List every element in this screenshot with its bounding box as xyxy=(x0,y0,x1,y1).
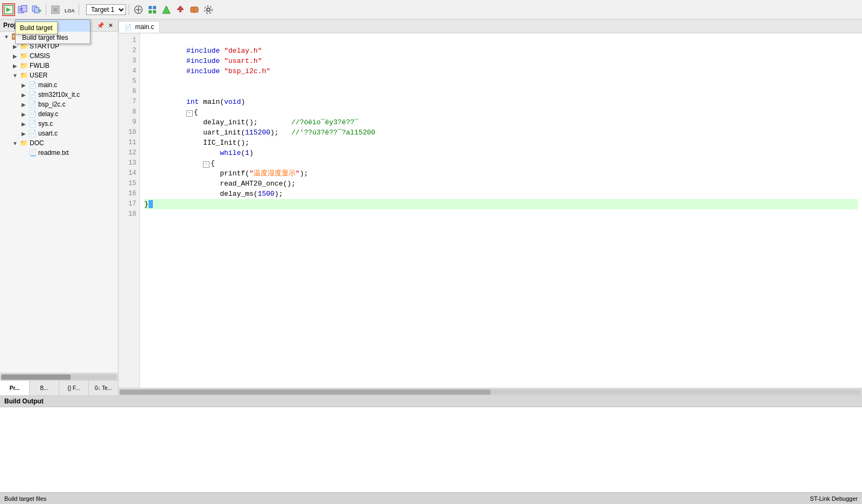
svg-rect-17 xyxy=(149,10,152,13)
sidebar-tab-templates[interactable]: 0↓ Te... xyxy=(89,381,118,395)
editor-horizontal-scrollbar[interactable] xyxy=(118,388,862,395)
toggle-fwlib[interactable]: ▶ xyxy=(11,63,19,69)
line-num-1: 1 xyxy=(118,36,139,46)
usart-c-file-icon: 📄 xyxy=(28,129,37,138)
delay-c-file-icon: 📄 xyxy=(28,110,37,118)
rebuild-button[interactable] xyxy=(16,3,29,16)
options-button[interactable] xyxy=(132,3,145,16)
toggle-delay-c[interactable]: ▶ xyxy=(19,111,28,117)
stm32-c-file-icon: 📄 xyxy=(28,90,37,99)
line-num-3: 3 xyxy=(118,56,139,66)
code-line-1: #include "delay.h" xyxy=(144,36,858,46)
toggle-sys-c[interactable]: ▶ xyxy=(19,121,28,127)
toggle-bsp-c[interactable]: ▶ xyxy=(19,102,28,108)
settings-button[interactable] xyxy=(202,3,215,16)
code-content[interactable]: #include "delay.h" #include "usart.h" #i… xyxy=(140,33,862,388)
toggle-usart-c[interactable]: ▶ xyxy=(19,131,28,137)
line-num-7: 7 xyxy=(118,97,139,107)
code-line-4 xyxy=(144,66,858,76)
toggle-cmsis[interactable]: ▶ xyxy=(11,53,19,59)
tab-file-icon: 📄 xyxy=(124,24,132,31)
target-select-area: Target 1 xyxy=(86,4,126,15)
tree-item-user[interactable]: ▼ 📁 USER xyxy=(0,70,118,80)
tree-item-stm32-c[interactable]: ▶ 📄 stm32f10x_it.c xyxy=(0,90,118,100)
batch-build-button[interactable] xyxy=(30,3,43,16)
code-line-3: #include "bsp_i2c.h" xyxy=(144,56,858,66)
tree-label-doc: DOC xyxy=(30,139,44,147)
toggle-target1[interactable]: ▼ xyxy=(2,34,11,40)
tree-item-cmsis[interactable]: ▶ 📁 CMSIS xyxy=(0,51,118,61)
status-bar-right: ST-Link Debugger xyxy=(810,495,858,502)
line-num-6: 6 xyxy=(118,87,139,97)
code-line-8: delay_init(); //?óëìo¯ëy3?ë??¯ xyxy=(144,107,858,117)
download-button[interactable] xyxy=(174,3,187,16)
line-num-17: 17 xyxy=(118,199,139,209)
line-num-2: 2 xyxy=(118,46,139,56)
toggle-stm32-c[interactable]: ▶ xyxy=(19,92,28,98)
toggle-doc[interactable]: ▼ xyxy=(11,140,19,146)
sidebar-bottom-tabs: Pr... B... {} F... 0↓ Te... xyxy=(0,380,118,395)
tree-item-sys-c[interactable]: ▶ 📄 sys.c xyxy=(0,119,118,129)
sidebar-scroll-track xyxy=(1,374,117,380)
code-line-7: -{ xyxy=(144,97,858,107)
project-tree: ▼ T Target 1 ▶ 📁 STARTUP ▶ 📁 CMSI xyxy=(0,32,118,373)
code-line-5 xyxy=(144,76,858,87)
tree-item-usart-c[interactable]: ▶ 📄 usart.c xyxy=(0,129,118,138)
toggle-startup[interactable]: ▶ xyxy=(11,44,19,49)
line-num-13: 13 xyxy=(118,158,139,168)
manage-components-button[interactable] xyxy=(146,3,159,16)
svg-rect-10 xyxy=(53,8,58,12)
tree-label-readme-txt: readme.txt xyxy=(38,149,69,157)
sys-c-file-icon: 📄 xyxy=(28,119,37,128)
build-output-area: Build Output xyxy=(0,395,862,492)
status-bar: Build target files ST-Link Debugger xyxy=(0,492,862,504)
svg-point-25 xyxy=(205,6,212,13)
sidebar: Project 📌 ✕ ▼ T Target 1 ▶ xyxy=(0,19,118,395)
user-folder-icon: 📁 xyxy=(19,71,28,80)
sidebar-tab-project[interactable]: Pr... xyxy=(0,381,30,395)
separator-2 xyxy=(79,4,79,15)
stop-button[interactable] xyxy=(49,3,62,16)
tree-item-delay-c[interactable]: ▶ 📄 delay.c xyxy=(0,109,118,119)
editor-scroll-thumb[interactable] xyxy=(120,389,490,395)
sidebar-tab-books[interactable]: B... xyxy=(30,381,59,395)
sidebar-pin-button[interactable]: 📌 xyxy=(96,21,105,30)
line-num-18: 18 xyxy=(118,209,139,219)
bsp-c-file-icon: 📄 xyxy=(28,100,37,109)
target-select[interactable]: Target 1 xyxy=(86,4,126,15)
sidebar-tab-functions[interactable]: {} F... xyxy=(59,381,89,395)
tree-item-fwlib[interactable]: ▶ 📁 FWLIB xyxy=(0,61,118,70)
code-line-12: -{ xyxy=(144,148,858,158)
build-output-content[interactable] xyxy=(0,407,862,492)
sidebar-horizontal-scrollbar[interactable] xyxy=(0,373,118,380)
build-tooltip: Build target xyxy=(15,22,58,34)
tree-item-doc[interactable]: ▼ 📁 DOC xyxy=(0,138,118,148)
erase-button[interactable] xyxy=(188,3,201,16)
svg-rect-22 xyxy=(191,7,198,12)
sidebar-scroll-thumb[interactable] xyxy=(1,374,71,380)
svg-rect-16 xyxy=(153,6,156,9)
editor-tab-main-c[interactable]: 📄 main.c xyxy=(118,21,160,33)
code-editor[interactable]: 1 2 3 4 5 6 7 8 9 10 11 12 13 14 15 16 1… xyxy=(118,33,862,388)
toolbar: LOAD Target 1 xyxy=(0,0,862,19)
svg-marker-19 xyxy=(163,6,170,13)
toggle-user[interactable]: ▼ xyxy=(11,73,19,79)
tree-label-main-c: main.c xyxy=(38,81,57,89)
debug-button[interactable] xyxy=(160,3,173,16)
sidebar-close-button[interactable]: ✕ xyxy=(106,21,115,30)
line-num-12: 12 xyxy=(118,148,139,158)
tree-item-main-c[interactable]: ▶ 📄 main.c xyxy=(0,80,118,90)
build-button[interactable] xyxy=(2,3,15,16)
separator-1 xyxy=(46,4,46,15)
tree-item-readme-txt[interactable]: 📃 readme.txt xyxy=(0,148,118,158)
tree-label-bsp-c: bsp_i2c.c xyxy=(38,101,66,108)
build-output-header: Build Output xyxy=(0,396,862,407)
tree-label-delay-c: delay.c xyxy=(38,110,58,118)
line-num-9: 9 xyxy=(118,117,139,127)
tree-item-bsp-c[interactable]: ▶ 📄 bsp_i2c.c xyxy=(0,100,118,109)
toggle-readme xyxy=(19,150,28,156)
tree-label-usart-c: usart.c xyxy=(38,130,58,137)
tree-label-stm32-c: stm32f10x_it.c xyxy=(38,91,80,98)
toggle-main-c[interactable]: ▶ xyxy=(19,82,28,88)
load-button[interactable]: LOAD xyxy=(63,3,76,16)
